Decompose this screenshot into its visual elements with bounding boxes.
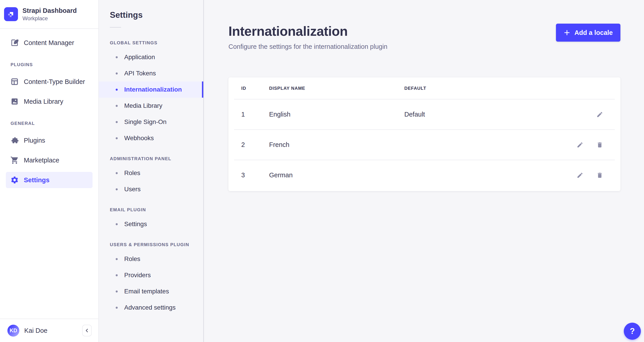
trash-icon <box>596 141 603 148</box>
subnav-item-label: Application <box>124 54 155 61</box>
collapse-sidebar-button[interactable] <box>82 325 92 336</box>
edit-locale-button[interactable] <box>595 110 605 119</box>
delete-locale-button[interactable] <box>595 140 605 150</box>
cell-id: 3 <box>241 172 269 179</box>
subnav-item-application[interactable]: Application <box>99 49 203 65</box>
pencil-icon <box>576 172 583 179</box>
edit-locale-button[interactable] <box>575 140 585 150</box>
cell-display-name: French <box>269 141 404 148</box>
chevron-left-icon <box>84 328 90 333</box>
row-actions <box>575 170 605 180</box>
subnav-section-email-plugin: EMAIL PLUGIN <box>110 207 203 212</box>
add-locale-button[interactable]: Add a locale <box>556 24 620 42</box>
subnav-item-label: Users <box>124 186 140 193</box>
sidebar-item-content-type-builder[interactable]: Content-Type Builder <box>6 74 92 90</box>
bullet-icon <box>116 172 118 174</box>
edit-locale-button[interactable] <box>575 170 585 180</box>
sidebar-nav: Content Manager PLUGINS Content-Type Bui… <box>0 29 98 188</box>
pencil-icon <box>596 111 603 118</box>
bullet-icon <box>116 105 118 107</box>
bullet-icon <box>116 223 118 225</box>
subnav-item-internationalization[interactable]: Internationalization <box>99 81 203 98</box>
subnav-item-label: Media Library <box>124 102 162 109</box>
subnav-item-label: Providers <box>124 272 151 279</box>
cell-id: 1 <box>241 111 269 118</box>
cell-id: 2 <box>241 141 269 148</box>
subnav-item-up-roles[interactable]: Roles <box>99 251 203 267</box>
subnav-item-label: API Tokens <box>124 70 156 77</box>
subnav-item-label: Roles <box>124 255 140 263</box>
page-subtitle: Configure the settings for the internati… <box>228 43 388 50</box>
sidebar-item-label: Plugins <box>24 137 45 144</box>
bullet-icon <box>116 258 118 260</box>
workspace-header[interactable]: Strapi Dashboard Workplace <box>0 0 98 29</box>
divider <box>110 27 121 28</box>
subnav-item-advanced-settings[interactable]: Advanced settings <box>99 299 203 316</box>
bullet-icon <box>116 290 118 292</box>
cell-display-name: English <box>269 111 404 118</box>
row-actions <box>595 110 605 119</box>
subnav-section-global-settings: GLOBAL SETTINGS <box>110 40 203 46</box>
subnav-item-label: Email templates <box>124 288 169 295</box>
bullet-icon <box>116 137 118 139</box>
pencil-icon <box>576 141 583 148</box>
bullet-icon <box>116 121 118 123</box>
image-icon <box>10 97 19 106</box>
main-sidebar: Strapi Dashboard Workplace Content Manag… <box>0 0 99 342</box>
bullet-icon <box>116 56 118 58</box>
plus-icon <box>564 29 570 36</box>
subnav-item-label: Settings <box>124 221 147 228</box>
subnav-item-admin-users[interactable]: Users <box>99 181 203 197</box>
sidebar-section-general: GENERAL <box>10 121 92 126</box>
subnav-item-email-settings[interactable]: Settings <box>99 216 203 232</box>
subnav-item-label: Webhooks <box>124 134 154 142</box>
settings-subnav: Settings GLOBAL SETTINGS Application API… <box>99 0 204 342</box>
subnav-item-webhooks[interactable]: Webhooks <box>99 130 203 146</box>
cell-display-name: German <box>269 172 404 179</box>
puzzle-icon <box>10 136 19 145</box>
sidebar-item-settings[interactable]: Settings <box>6 172 92 188</box>
question-mark-icon: ? <box>630 326 635 336</box>
subnav-item-admin-roles[interactable]: Roles <box>99 165 203 181</box>
sidebar-item-content-manager[interactable]: Content Manager <box>6 35 92 51</box>
subnav-section-administration-panel: ADMINISTRATION PANEL <box>110 156 203 161</box>
settings-subnav-title: Settings <box>110 10 203 20</box>
subnav-item-providers[interactable]: Providers <box>99 267 203 283</box>
help-button[interactable]: ? <box>624 323 641 340</box>
sidebar-item-label: Media Library <box>24 98 63 105</box>
workspace-subtitle: Workplace <box>22 15 77 22</box>
page-title: Internationalization <box>228 24 388 39</box>
sidebar-item-label: Content-Type Builder <box>24 78 85 86</box>
user-avatar[interactable]: KD <box>8 325 19 336</box>
bullet-icon <box>116 72 118 74</box>
table-row: 1 English Default <box>234 99 615 129</box>
table-row: 3 German <box>234 160 615 190</box>
delete-locale-button[interactable] <box>595 170 605 180</box>
layout-grid-icon <box>10 77 19 86</box>
sidebar-section-plugins: PLUGINS <box>10 62 92 67</box>
subnav-item-label: Advanced settings <box>124 304 176 311</box>
trash-icon <box>596 172 603 179</box>
main-content: Internationalization Configure the setti… <box>204 0 644 342</box>
subnav-item-label: Internationalization <box>124 86 182 93</box>
subnav-item-email-templates[interactable]: Email templates <box>99 283 203 299</box>
row-actions <box>575 140 605 150</box>
app-window: Strapi Dashboard Workplace Content Manag… <box>0 0 644 342</box>
bullet-icon <box>116 188 118 190</box>
column-header-display-name: DISPLAY NAME <box>269 86 404 91</box>
locales-table-card: ID DISPLAY NAME DEFAULT 1 English Defaul… <box>228 77 620 191</box>
subnav-item-api-tokens[interactable]: API Tokens <box>99 65 203 81</box>
sidebar-item-media-library[interactable]: Media Library <box>6 93 92 110</box>
subnav-section-users-permissions-plugin: USERS & PERMISSIONS PLUGIN <box>110 242 203 247</box>
bullet-icon <box>116 274 118 276</box>
strapi-logo-icon <box>4 7 18 21</box>
sidebar-item-marketplace[interactable]: Marketplace <box>6 152 92 168</box>
subnav-item-media-library[interactable]: Media Library <box>99 98 203 114</box>
bullet-icon <box>116 89 118 91</box>
shopping-cart-icon <box>10 156 19 164</box>
subnav-item-single-sign-on[interactable]: Single Sign-On <box>99 114 203 130</box>
bullet-icon <box>116 307 118 309</box>
cell-default: Default <box>404 111 595 118</box>
table-row: 2 French <box>234 129 615 160</box>
sidebar-item-plugins[interactable]: Plugins <box>6 132 92 148</box>
